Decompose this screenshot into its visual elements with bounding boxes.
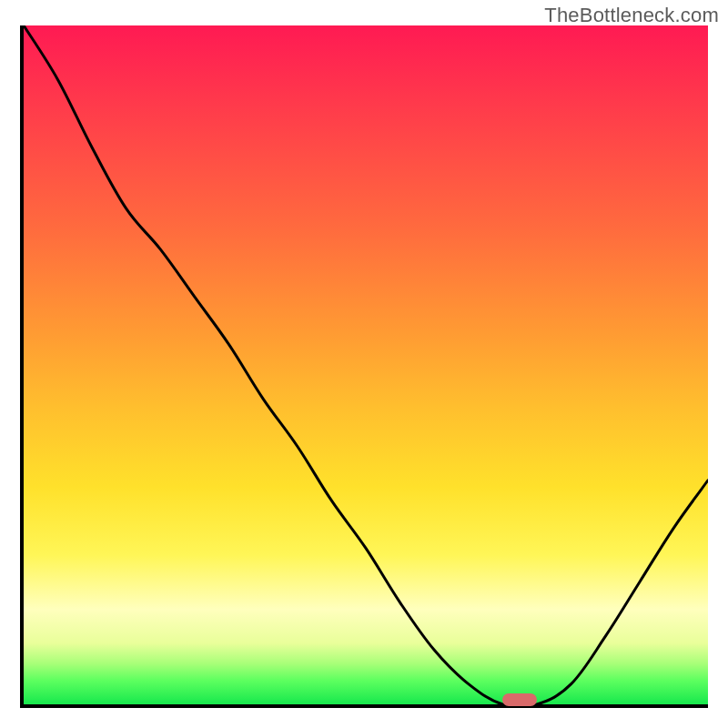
optimum-marker xyxy=(502,693,537,706)
bottleneck-curve xyxy=(24,25,708,704)
attribution-label: TheBottleneck.com xyxy=(544,4,719,27)
chart-container: TheBottleneck.com xyxy=(0,0,728,728)
plot-frame xyxy=(20,25,708,708)
